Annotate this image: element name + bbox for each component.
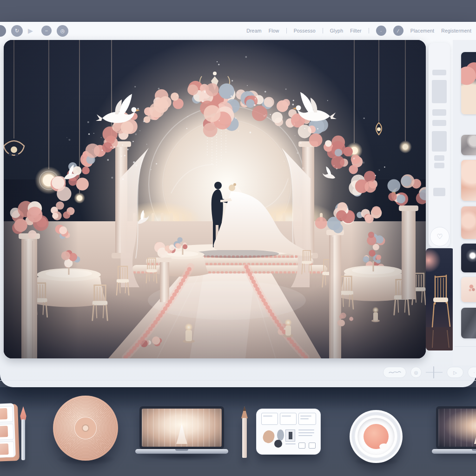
target-icon[interactable]: ◎ xyxy=(57,25,68,37)
minimize-icon[interactable]: − xyxy=(41,26,52,36)
tablet-blob xyxy=(277,430,284,441)
makeup-brush xyxy=(20,406,27,461)
thumbnail-stage-wide[interactable] xyxy=(461,52,476,114)
heart-icon: ♡ xyxy=(436,232,443,241)
thumbnail-blossom-detail[interactable] xyxy=(461,277,476,302)
chair-photo xyxy=(426,248,455,350)
thumbnail-hand-detail[interactable] xyxy=(461,160,476,201)
laptop-notch xyxy=(175,449,188,451)
tool-button[interactable] xyxy=(432,120,446,126)
thumbnail-night-detail[interactable] xyxy=(461,244,476,272)
pencil xyxy=(241,406,248,459)
tablet-blob xyxy=(261,429,276,444)
laptop-notch xyxy=(472,449,476,451)
zoom-slider[interactable] xyxy=(426,366,443,378)
tool-button[interactable] xyxy=(433,188,445,196)
pencil-shaft xyxy=(242,418,247,458)
disc-hole xyxy=(82,424,89,432)
menu-divider xyxy=(323,28,323,33)
album-pages xyxy=(0,403,16,458)
panel-divider xyxy=(455,346,476,347)
tool-button[interactable] xyxy=(432,80,447,103)
share-icon[interactable]: ∕ xyxy=(393,26,403,36)
menu-item-dream[interactable]: Dream xyxy=(246,28,262,33)
menu-item-flow[interactable]: Flow xyxy=(269,28,279,33)
squiggle-icon xyxy=(388,370,401,375)
laptop-preview-left xyxy=(139,406,224,455)
tool-button[interactable] xyxy=(434,155,444,161)
laptop-frame xyxy=(139,406,224,449)
photo-card-chairs[interactable] xyxy=(426,248,455,350)
wedding-dress-graphic xyxy=(176,424,188,444)
thumbnail-charcoal-fabric[interactable] xyxy=(461,308,476,338)
thumbnail-silver-fabric[interactable] xyxy=(461,135,476,155)
tool-button[interactable] xyxy=(432,109,446,116)
menu-item-glyph[interactable]: Glyph xyxy=(330,28,343,33)
signature-button[interactable] xyxy=(383,367,406,378)
favorite-button[interactable]: ♡ xyxy=(430,227,450,246)
tablet-dot xyxy=(274,440,282,448)
wedding-scene xyxy=(4,40,426,358)
forward-button[interactable]: ▷ xyxy=(447,367,463,378)
laptop-preview-right xyxy=(436,406,476,455)
edge-icon[interactable] xyxy=(0,25,6,37)
play-icon[interactable]: ▶ xyxy=(28,27,36,34)
menu-item-possesso[interactable]: Possesso xyxy=(294,28,316,33)
user-icon[interactable]: ∙ xyxy=(376,26,386,36)
laptop-screen xyxy=(438,409,476,447)
pencil-lead xyxy=(241,406,248,411)
laptop-frame xyxy=(436,406,476,449)
laptop-base xyxy=(432,449,476,454)
tablet-photo xyxy=(285,430,295,442)
vignette xyxy=(4,40,426,358)
blush-drink xyxy=(350,410,403,463)
tool-button[interactable] xyxy=(432,131,447,152)
foam-swirl xyxy=(379,443,389,450)
tool-button[interactable] xyxy=(434,163,444,168)
page: ↻ ▶ − ◎ Dream Flow Possesso Glyph Filter… xyxy=(0,0,476,476)
toolbar-left: ↻ ▶ − ◎ xyxy=(0,22,68,40)
window-footer-divider xyxy=(0,380,476,381)
tablet-mini-card xyxy=(309,443,316,449)
thumbnail-blush-fabric[interactable] xyxy=(461,206,476,239)
power-button[interactable]: ◎ xyxy=(410,367,422,378)
tablet-wireframe xyxy=(256,409,321,455)
history-icon[interactable]: ↻ xyxy=(11,25,23,37)
tool-strip: ♡ xyxy=(429,43,450,247)
menu-item-filter[interactable]: Filter xyxy=(350,28,362,33)
wedding-dress-graphic xyxy=(474,428,476,444)
footer-actions: ◎ ▷ · xyxy=(383,365,473,379)
menu-divider xyxy=(369,28,369,33)
more-button[interactable]: · xyxy=(468,367,476,378)
rose-gold-disc xyxy=(53,396,118,461)
slider-knob[interactable] xyxy=(433,366,434,378)
brush-tip xyxy=(20,406,27,420)
desktop-top-strip xyxy=(0,0,476,22)
editor-canvas[interactable] xyxy=(4,40,426,358)
tool-button[interactable] xyxy=(432,70,446,75)
menu-item-registerment[interactable]: Registerment xyxy=(441,28,471,33)
tablet-mini-card xyxy=(298,443,305,449)
menu-item-placement[interactable]: Placement xyxy=(410,28,434,33)
brush-handle xyxy=(21,419,25,460)
swatch-album xyxy=(0,403,20,462)
slider-track xyxy=(426,372,443,373)
menu-divider xyxy=(286,28,287,33)
toolbar-menu: Dream Flow Possesso Glyph Filter ∙ ∕ Pla… xyxy=(246,22,471,40)
laptop-screen xyxy=(142,409,222,447)
